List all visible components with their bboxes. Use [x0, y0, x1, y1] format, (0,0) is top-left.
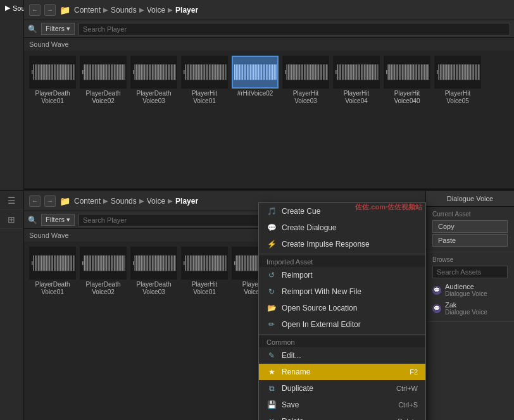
menu-save[interactable]: 💾 Save Ctrl+S: [259, 397, 425, 413]
top-panel: ← → 📁 Content ▶ Sounds ▶ Voice ▶ Player …: [24, 0, 514, 190]
svg-rect-389: [252, 256, 253, 271]
menu-reimport-new[interactable]: ↻ Reimport With New File: [259, 283, 425, 300]
search-input[interactable]: [78, 23, 510, 35]
menu-open-editor[interactable]: ✏ Open In External Editor: [259, 316, 425, 333]
svg-rect-194: [366, 65, 367, 80]
asset-item-3[interactable]: PlayerHit Voice01: [181, 247, 228, 296]
svg-rect-328: [146, 256, 147, 271]
svg-rect-151: [293, 65, 294, 80]
filter-button[interactable]: Filters ▾: [41, 23, 75, 35]
svg-rect-154: [298, 65, 299, 80]
svg-rect-187: [354, 65, 356, 80]
svg-rect-282: [63, 256, 65, 271]
bottom-back-button[interactable]: ←: [29, 195, 41, 207]
svg-rect-230: [427, 65, 429, 80]
asset-item-0[interactable]: PlayerDeath Voice01: [29, 247, 76, 296]
svg-rect-12: [49, 65, 51, 80]
svg-rect-288: [73, 256, 74, 271]
svg-rect-364: [208, 256, 209, 271]
asset-item-4[interactable]: #rHitVoice02: [232, 56, 279, 105]
svg-rect-314: [119, 256, 120, 271]
bbc-voice[interactable]: Voice: [147, 197, 165, 206]
svg-rect-234: [439, 65, 440, 80]
bottom-forward-button[interactable]: →: [44, 195, 56, 207]
asset-item-1[interactable]: PlayerDeath Voice02: [80, 247, 127, 296]
svg-rect-48: [111, 65, 112, 80]
bbc-content[interactable]: Content: [74, 197, 101, 206]
svg-rect-392: [256, 256, 258, 271]
asset-item-3[interactable]: PlayerHit Voice01: [181, 56, 228, 105]
bc-voice[interactable]: Voice: [147, 6, 165, 15]
svg-rect-122: [242, 65, 244, 80]
svg-rect-165: [315, 65, 317, 80]
menu-create-dialogue[interactable]: 💬 Create Dialogue: [259, 219, 425, 236]
asset-item-2[interactable]: PlayerDeath Voice03: [130, 56, 177, 105]
bc-player[interactable]: Player: [175, 6, 198, 15]
svg-rect-228: [424, 65, 425, 80]
svg-rect-64: [141, 65, 142, 80]
svg-rect-385: [246, 256, 247, 271]
svg-rect-148: [288, 65, 289, 80]
svg-rect-53: [119, 65, 120, 80]
svg-rect-152: [294, 65, 296, 80]
asset-label-3: PlayerHit Voice01: [192, 281, 218, 296]
svg-rect-229: [426, 65, 427, 80]
svg-rect-133: [260, 65, 261, 80]
asset-item-8[interactable]: PlayerHit Voice05: [434, 56, 481, 105]
svg-rect-18: [59, 65, 60, 80]
svg-rect-124: [246, 65, 247, 80]
svg-rect-91: [189, 65, 190, 80]
svg-rect-37: [94, 65, 95, 80]
asset-item-0[interactable]: PlayerDeath Voice01: [29, 56, 76, 105]
forward-button[interactable]: →: [44, 4, 56, 16]
bbc-player[interactable]: Player: [175, 197, 198, 206]
svg-rect-32: [85, 65, 87, 80]
paste-button[interactable]: Paste: [432, 234, 508, 247]
bottom-filter-button[interactable]: Filters ▾: [41, 214, 75, 226]
svg-rect-329: [147, 256, 149, 271]
watermark: 佐佐.com·佐佐视频站: [355, 202, 422, 212]
asset-item-2[interactable]: PlayerDeath Voice03: [130, 247, 177, 296]
back-button[interactable]: ←: [29, 4, 41, 16]
svg-rect-274: [51, 256, 52, 271]
reimport-new-icon: ↻: [266, 287, 277, 297]
svg-rect-35: [91, 65, 92, 80]
menu-duplicate[interactable]: ⧉ Duplicate Ctrl+W: [259, 380, 425, 397]
svg-rect-294: [87, 256, 89, 271]
svg-rect-312: [116, 256, 117, 271]
svg-rect-137: [266, 65, 267, 80]
menu-rename[interactable]: ★ Rename F2: [259, 364, 425, 380]
copy-button[interactable]: Copy: [432, 220, 508, 233]
asset-item-5[interactable]: PlayerHit Voice03: [282, 56, 329, 105]
bc-content[interactable]: Content: [74, 6, 101, 15]
browse-search-input[interactable]: [432, 266, 508, 278]
svg-rect-31: [84, 65, 85, 80]
asset-item-1[interactable]: PlayerDeath Voice02: [80, 56, 127, 105]
menu-delete[interactable]: ✕ Delete Delete: [259, 413, 425, 420]
bbc-sounds[interactable]: Sounds: [111, 197, 137, 206]
menu-create-impulse[interactable]: ⚡ Create Impulse Response: [259, 236, 425, 252]
menu-edit[interactable]: ✎ Edit...: [259, 347, 425, 364]
svg-rect-226: [421, 65, 422, 80]
svg-rect-323: [138, 256, 139, 271]
svg-rect-176: [337, 65, 339, 80]
bc-sounds[interactable]: Sounds: [111, 6, 137, 15]
menu-reimport[interactable]: ↺ Reimport: [259, 267, 425, 283]
create-cue-label: Create Cue: [282, 207, 320, 216]
asset-item-7[interactable]: PlayerHit Voice040: [384, 56, 430, 105]
svg-rect-345: [173, 256, 174, 271]
tree-sounds[interactable]: ▶ Sounds: [3, 3, 21, 13]
svg-rect-265: [37, 256, 38, 271]
svg-rect-306: [106, 256, 108, 271]
menu-open-source[interactable]: 📂 Open Source Location: [259, 300, 425, 316]
svg-rect-240: [448, 65, 449, 80]
svg-rect-337: [160, 256, 161, 271]
svg-rect-330: [149, 256, 150, 271]
sidebar-icon-1[interactable]: ☰: [0, 191, 23, 210]
svg-rect-102: [206, 65, 207, 80]
sidebar-icon-2[interactable]: ⊞: [0, 210, 23, 229]
svg-rect-72: [154, 65, 155, 80]
asset-item-6[interactable]: PlayerHit Voice04: [333, 56, 380, 105]
svg-rect-279: [59, 256, 60, 271]
svg-rect-284: [66, 256, 68, 271]
